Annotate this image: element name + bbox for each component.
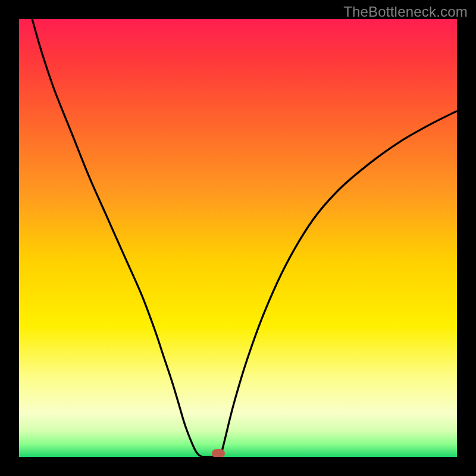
bottleneck-curve bbox=[19, 19, 457, 457]
chart-frame: TheBottleneck.com bbox=[0, 0, 476, 476]
minimum-marker bbox=[212, 449, 225, 457]
watermark-text: TheBottleneck.com bbox=[343, 4, 468, 20]
plot-area bbox=[19, 19, 457, 457]
